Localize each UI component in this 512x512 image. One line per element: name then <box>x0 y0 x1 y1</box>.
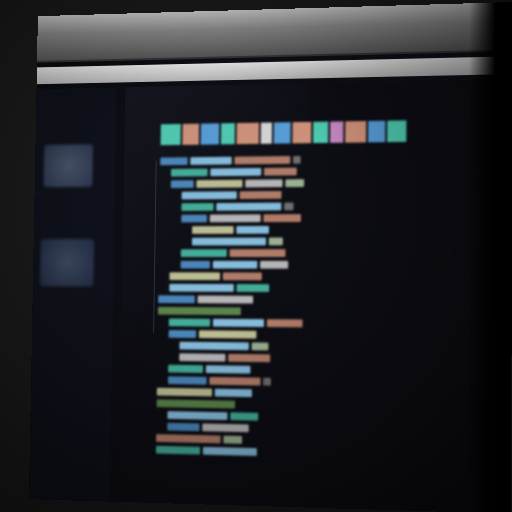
code-header-row <box>160 119 473 148</box>
monitor-bezel <box>37 2 512 63</box>
code-panel <box>119 90 474 503</box>
editor-viewport <box>29 79 512 512</box>
sidebar-thumbnail <box>44 144 94 187</box>
frame-shadow <box>466 2 512 512</box>
editor-sidebar <box>29 87 116 501</box>
code-body <box>156 154 473 465</box>
sidebar-thumbnail <box>40 239 94 287</box>
monitor-screen <box>29 2 512 512</box>
